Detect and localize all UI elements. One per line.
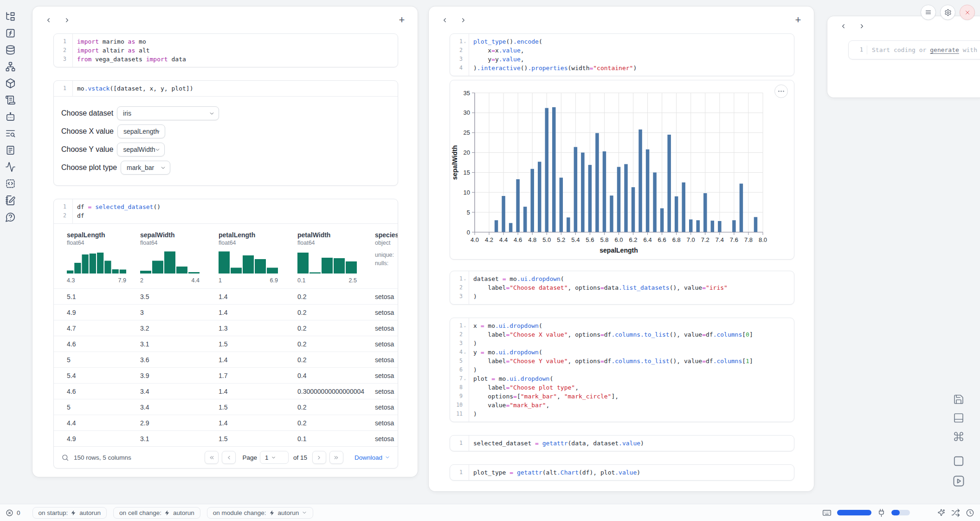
code-line[interactable]: 7⌄plot = mo.ui.dropdown( [450, 374, 794, 383]
code-line[interactable]: 2 label="Choose dataset", options=data.l… [450, 283, 794, 292]
chart-options-button[interactable] [774, 85, 788, 98]
code-editor[interactable]: 1mo.vstack([dataset, x, y, plot]) [54, 81, 398, 96]
code-line[interactable]: 2import altair as alt [54, 46, 398, 55]
file-tree-icon[interactable] [4, 11, 16, 22]
code-editor[interactable]: 1df = selected_dataset()2df [54, 199, 398, 223]
code-line[interactable]: 1mo.vstack([dataset, x, y, plot]) [54, 84, 398, 93]
code-line[interactable]: 4⌄y = mo.ui.dropdown( [450, 348, 794, 357]
column-header[interactable]: petalLengthfloat6416.9 [219, 231, 297, 284]
code-editor[interactable]: 1import marimo as mo2import altair as al… [54, 34, 398, 67]
code-line[interactable]: 8 label="Choose plot type", [450, 383, 794, 392]
table-row[interactable]: 5.13.51.40.2setosa [54, 288, 398, 304]
app-view-icon[interactable] [953, 455, 965, 467]
panel-layout-icon[interactable] [953, 412, 964, 423]
page-select[interactable]: 1 [260, 451, 289, 464]
column-back-button[interactable] [39, 12, 58, 28]
code-cell-df[interactable]: 1df = selected_dataset()2df sepalLengthf… [53, 199, 398, 469]
code-line[interactable]: 1df = selected_dataset() [54, 202, 398, 211]
fold-chevron-icon[interactable]: ⌄ [463, 321, 467, 330]
empty-code-cell[interactable]: 1 Start coding or generate with [848, 40, 980, 59]
code-line[interactable]: 1plot_type = getattr(alt.Chart(df), plot… [450, 468, 794, 477]
code-line[interactable]: 1import marimo as mo [54, 37, 398, 46]
runtime-config-pill[interactable]: on startup:autorun [32, 507, 107, 519]
column-forward-button[interactable] [852, 18, 871, 34]
column-header[interactable]: sepalLengthfloat644.37.9 [67, 231, 140, 284]
next-page-button[interactable] [312, 451, 326, 464]
code-line[interactable]: 10 value="mark_bar", [450, 401, 794, 410]
code-editor[interactable]: 1⌄dataset = mo.ui.dropdown(2 label="Choo… [450, 271, 794, 304]
table-row[interactable]: 4.931.40.2setosa [54, 304, 398, 320]
code-line[interactable]: 1selected_dataset = getattr(data, datase… [450, 439, 794, 448]
column-header[interactable]: petalWidthfloat640.12.5 [297, 231, 375, 284]
dropdown-select[interactable]: mark_bar [121, 161, 170, 175]
column-back-button[interactable] [834, 18, 852, 34]
dropdown-select[interactable]: sepalWidth [117, 143, 165, 156]
run-all-play-icon[interactable] [952, 475, 965, 488]
table-row[interactable]: 5.43.91.70.4setosa [54, 367, 398, 383]
code-cell-vstack[interactable]: 1mo.vstack([dataset, x, y, plot]) Choose… [53, 80, 398, 186]
code-cell-plot-encode[interactable]: 1⌄plot_type().encode(2 x=x.value,3 y=y.v… [450, 33, 794, 76]
dropdown-select[interactable]: sepalLength [117, 124, 165, 138]
fold-chevron-icon[interactable]: ⌄ [463, 274, 467, 283]
code-line[interactable]: 3 y=y.value, [450, 55, 794, 64]
add-cell-button[interactable]: + [792, 13, 805, 26]
resource-bar-memory[interactable] [891, 510, 910, 515]
network-icon[interactable] [4, 61, 16, 72]
command-icon[interactable] [953, 431, 964, 442]
list-search-icon[interactable] [4, 128, 16, 139]
resource-bar-cpu[interactable] [837, 510, 871, 515]
scroll-icon[interactable] [4, 95, 16, 105]
search-icon[interactable] [61, 454, 69, 462]
code-line[interactable]: 11) [450, 410, 794, 418]
code-editor[interactable]: 1⌄x = mo.ui.dropdown(2 label="Choose X v… [450, 318, 794, 422]
add-cell-button[interactable]: + [395, 13, 408, 26]
notebook-pen-icon[interactable] [4, 195, 16, 206]
activity-icon[interactable] [4, 162, 16, 172]
document-icon[interactable] [4, 145, 16, 156]
download-button[interactable]: Download [355, 454, 390, 461]
save-icon[interactable] [953, 394, 964, 405]
code-cell-imports[interactable]: 1import marimo as mo2import altair as al… [53, 33, 398, 67]
menu-button[interactable] [921, 5, 936, 20]
sparkles-icon[interactable] [937, 508, 946, 517]
column-forward-button[interactable] [454, 12, 472, 28]
code-editor[interactable]: 1selected_dataset = getattr(data, datase… [450, 436, 794, 451]
code-line[interactable]: 2 x=x.value, [450, 46, 794, 55]
plug-icon[interactable] [877, 508, 886, 517]
code-line[interactable]: 6) [450, 365, 794, 374]
fold-chevron-icon[interactable]: ⌄ [463, 37, 467, 46]
code-line[interactable]: 2 label="Choose X value", options=df.col… [450, 330, 794, 339]
first-page-button[interactable] [205, 451, 219, 464]
table-row[interactable]: 53.61.40.2setosa [54, 352, 398, 367]
code-line[interactable]: 1⌄dataset = mo.ui.dropdown( [450, 274, 794, 283]
code-line[interactable]: 5 label="Choose Y value", options=df.col… [450, 357, 794, 365]
code-line[interactable]: 3) [450, 339, 794, 348]
bar-chart[interactable]: 4.04.24.44.64.85.05.25.45.65.86.06.26.46… [450, 80, 794, 259]
column-header[interactable]: speciesobjectunique:nulls: [375, 231, 398, 284]
runtime-config-pill[interactable]: on cell change:autorun [113, 507, 200, 519]
column-back-button[interactable] [435, 12, 454, 28]
keyboard-icon[interactable] [822, 508, 832, 517]
shuffle-icon[interactable] [951, 508, 960, 517]
table-row[interactable]: 4.73.21.30.2setosa [54, 320, 398, 336]
table-row[interactable]: 4.93.11.50.1setosa [54, 430, 398, 446]
code-line[interactable]: 2df [54, 211, 398, 220]
table-row[interactable]: 4.42.91.40.2setosa [54, 415, 398, 430]
code-line[interactable]: 4).interactive().properties(width="conta… [450, 64, 794, 72]
code-cell-dataset-dropdown[interactable]: 1⌄dataset = mo.ui.dropdown(2 label="Choo… [450, 271, 794, 305]
table-row[interactable]: 4.63.11.50.2setosa [54, 336, 398, 352]
code-line[interactable]: 9 options=["mark_bar", "mark_circle"], [450, 392, 794, 401]
code-line[interactable]: 1⌄plot_type().encode( [450, 37, 794, 46]
fold-chevron-icon[interactable]: ⌄ [463, 374, 467, 383]
function-square-icon[interactable] [4, 28, 16, 39]
package-icon[interactable] [4, 78, 16, 89]
settings-gear-button[interactable] [940, 5, 955, 20]
last-page-button[interactable] [329, 451, 343, 464]
code-cell-selected-dataset[interactable]: 1selected_dataset = getattr(data, datase… [450, 435, 794, 451]
code-line[interactable]: 1⌄x = mo.ui.dropdown( [450, 321, 794, 330]
editor-placeholder[interactable]: Start coding or generate with [867, 46, 977, 54]
column-forward-button[interactable] [58, 12, 76, 28]
dropdown-select[interactable]: iris [117, 106, 219, 120]
prev-page-button[interactable] [222, 451, 236, 464]
table-row[interactable]: 53.41.50.2setosa [54, 399, 398, 415]
